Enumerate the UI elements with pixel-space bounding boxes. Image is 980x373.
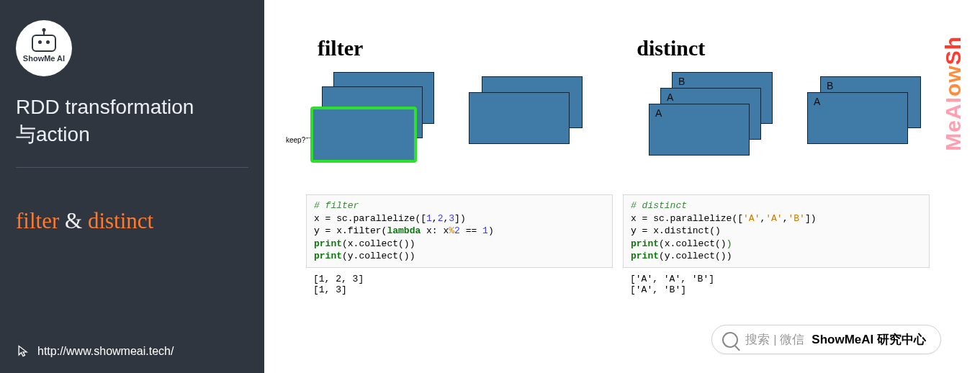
card-selected — [310, 107, 417, 163]
topic-filter: filter — [16, 208, 59, 233]
title-line-1: RDD transformation — [16, 96, 194, 118]
card-label: A — [814, 96, 820, 107]
card: A — [649, 104, 750, 156]
search-brand: ShowMeAI 研究中心 — [812, 331, 926, 348]
distinct-input-stack: B A A — [649, 72, 778, 166]
section-headings: filter distinct — [306, 36, 930, 60]
distinct-output-stack: B A — [807, 72, 930, 151]
footer-url[interactable]: http://www.showmeai.tech/ — [37, 345, 174, 358]
search-pill[interactable]: 搜索 | 微信 ShowMeAI 研究中心 — [711, 325, 941, 354]
robot-icon — [32, 35, 56, 52]
filter-input-stack: keep? ← — [310, 72, 440, 166]
keep-label: keep? — [286, 136, 305, 144]
filter-code: # filter x = sc.parallelize([1,2,3]) y =… — [306, 194, 613, 268]
slide-title: RDD transformation 与action — [16, 94, 248, 148]
card-label: A — [667, 91, 673, 103]
heading-distinct: distinct — [637, 36, 705, 60]
brand-part-2: ow — [941, 65, 965, 96]
card: A — [807, 92, 908, 144]
content-area: MeAIowSh filter distinct keep? ← B A A B… — [264, 0, 980, 373]
brand-part-1: Sh — [941, 36, 965, 65]
sidebar: ShowMe AI RDD transformation 与action fil… — [0, 0, 264, 373]
topic-distinct: distinct — [88, 208, 153, 233]
diagram-row: keep? ← B A A B A — [306, 72, 930, 166]
footer: http://www.showmeai.tech/ — [16, 344, 174, 359]
showmeai-logo: ShowMe AI — [16, 20, 72, 76]
card-label: B — [678, 76, 685, 87]
topic-label: filter & distinct — [16, 208, 248, 234]
vertical-brand: MeAIowSh — [941, 36, 966, 151]
brand-part-3: MeAI — [941, 96, 965, 151]
heading-filter: filter — [318, 36, 363, 60]
cursor-icon — [16, 344, 30, 359]
card-label: B — [827, 80, 833, 91]
logo-text: ShowMe AI — [23, 54, 65, 63]
arrow-icon: ← — [305, 133, 313, 142]
topic-ampersand: & — [65, 208, 82, 233]
filter-output-stack — [469, 72, 591, 151]
card — [469, 92, 570, 144]
code-examples: # filter x = sc.parallelize([1,2,3]) y =… — [306, 194, 930, 295]
filter-output: [1, 2, 3] [1, 3] — [306, 268, 613, 295]
search-icon — [722, 332, 738, 348]
divider — [16, 167, 248, 168]
distinct-code: # distinct x = sc.parallelize(['A','A','… — [623, 194, 930, 268]
distinct-output: ['A', 'A', 'B'] ['A', 'B'] — [623, 268, 930, 295]
filter-code-column: # filter x = sc.parallelize([1,2,3]) y =… — [306, 194, 613, 295]
distinct-code-column: # distinct x = sc.parallelize(['A','A','… — [623, 194, 930, 295]
logo-container: ShowMe AI — [16, 20, 248, 76]
card-label: A — [655, 107, 662, 119]
search-hint: 搜索 | 微信 — [745, 331, 804, 348]
title-line-2: 与action — [16, 123, 90, 145]
